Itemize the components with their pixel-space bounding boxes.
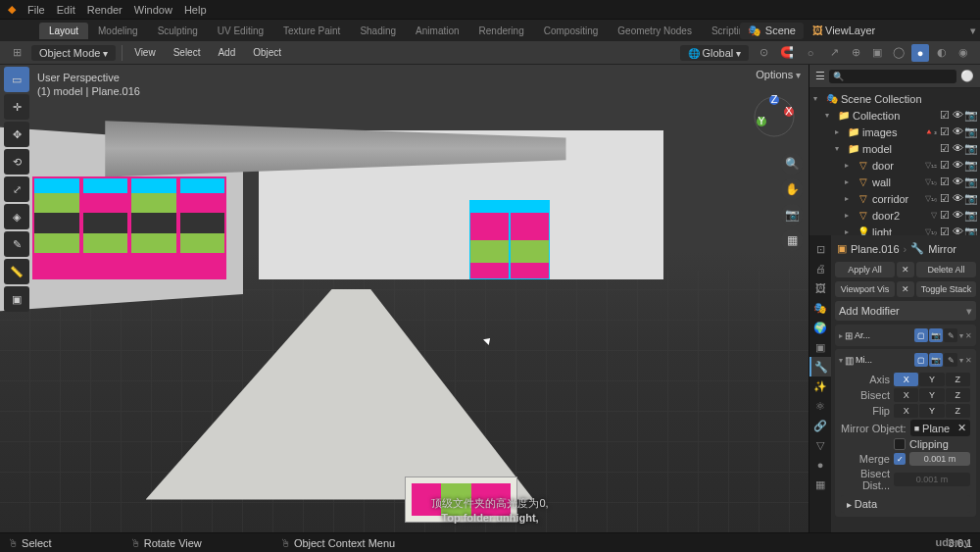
tool-measure[interactable]: 📏	[4, 259, 29, 284]
tab-geonodes[interactable]: Geometry Nodes	[608, 23, 702, 39]
tool-annotate[interactable]: ✎	[4, 231, 29, 257]
outliner-item[interactable]: ▸▽wall▽₁₅☑👁📷	[809, 174, 980, 190]
mod-expand-icon[interactable]: ▾	[839, 356, 843, 365]
tab-animation[interactable]: Animation	[406, 23, 468, 39]
outliner-item[interactable]: ▸💡light▽₁₉☑👁📷	[809, 224, 980, 235]
viewlayer-selector[interactable]: ViewLayer	[825, 25, 968, 36]
ptab-output[interactable]: 🖨	[809, 259, 831, 278]
shading-solid-icon[interactable]: ●	[911, 44, 929, 62]
snap-icon[interactable]: 🧲	[778, 44, 796, 62]
clipping-checkbox[interactable]	[894, 438, 906, 450]
menu-render[interactable]: Render	[87, 4, 122, 16]
tab-texturepaint[interactable]: Texture Paint	[273, 23, 350, 39]
tab-rendering[interactable]: Rendering	[469, 23, 534, 39]
delete-all-button[interactable]: Delete All	[916, 262, 976, 277]
tab-compositing[interactable]: Compositing	[534, 23, 609, 39]
mod-realtime-icon[interactable]: ▢	[914, 353, 928, 367]
ptab-viewlayer[interactable]: 🖼	[809, 278, 831, 298]
mode-selector[interactable]: Object Mode ▾	[31, 45, 116, 61]
tab-modeling[interactable]: Modeling	[88, 23, 148, 39]
ptab-modifier[interactable]: 🔧	[809, 357, 831, 376]
mod-realtime-icon[interactable]: ▢	[914, 328, 928, 342]
mod-render-icon[interactable]: 📷	[929, 328, 943, 342]
apply-all-button[interactable]: Apply All	[835, 262, 895, 277]
merge-checkbox[interactable]: ✓	[894, 453, 906, 465]
shading-matprev-icon[interactable]: ◐	[933, 44, 951, 62]
ptab-scene[interactable]: 🎭	[809, 298, 831, 318]
flip-z-button[interactable]: Z	[946, 404, 970, 418]
mod-menu-icon[interactable]: ▾	[959, 356, 963, 365]
outliner-item[interactable]: ▸📁images🔺₃☑👁📷	[809, 124, 980, 140]
pan-icon[interactable]: ✋	[781, 178, 803, 200]
bisect-z-button[interactable]: Z	[946, 388, 970, 402]
mod-close-icon[interactable]: ✕	[965, 356, 972, 365]
vis-close-button[interactable]: ✕	[897, 281, 914, 297]
ptab-world[interactable]: 🌍	[809, 318, 831, 337]
editor-type-icon[interactable]: ⊞	[8, 44, 25, 62]
ptab-particles[interactable]: ✨	[809, 376, 831, 396]
tool-addcube[interactable]: ▣	[4, 286, 29, 312]
axis-z-button[interactable]: Z	[946, 373, 970, 386]
menu-view[interactable]: View	[128, 47, 162, 58]
mirror-object-field[interactable]: ■ Plane✕	[910, 420, 970, 436]
tool-move[interactable]: ✥	[4, 122, 29, 147]
mod-render-icon[interactable]: 📷	[929, 353, 943, 367]
outliner-item[interactable]: ▾📁Collection☑👁📷	[809, 107, 980, 124]
merge-dist-field[interactable]: 0.001 m	[909, 452, 970, 466]
menu-object[interactable]: Object	[247, 47, 287, 58]
tab-layout[interactable]: Layout	[39, 23, 88, 39]
menu-select[interactable]: Select	[168, 47, 207, 58]
tool-rotate[interactable]: ⟲	[4, 149, 29, 175]
toggle-stack-button[interactable]: Toggle Stack	[916, 281, 976, 297]
tool-scale[interactable]: ⤢	[4, 176, 29, 202]
tool-cursor[interactable]: ✛	[4, 94, 29, 120]
shading-wire-icon[interactable]: ◯	[890, 44, 907, 62]
outliner[interactable]: ▾🎭 Scene Collection ▾📁Collection☑👁📷▸📁ima…	[809, 88, 980, 235]
outliner-type-icon[interactable]: ☰	[815, 70, 825, 82]
mod-edit-icon[interactable]: ✎	[944, 353, 957, 367]
xray-icon[interactable]: ▣	[868, 44, 886, 62]
outliner-item[interactable]: ▸▽door2▽☑👁📷	[809, 207, 980, 224]
ptab-object[interactable]: ▣	[809, 337, 831, 357]
proportional-icon[interactable]: ○	[802, 44, 819, 62]
bisect-dist-field[interactable]: 0.001 m	[894, 473, 970, 486]
flip-x-button[interactable]: X	[894, 404, 918, 418]
menu-add[interactable]: Add	[212, 47, 241, 58]
ptab-render[interactable]: ⊡	[809, 239, 831, 259]
ptab-data[interactable]: ▽	[809, 435, 831, 455]
shading-rendered-icon[interactable]: ◉	[955, 44, 972, 62]
camera-icon[interactable]: 📷	[781, 204, 803, 226]
ptab-constraint[interactable]: 🔗	[809, 416, 831, 435]
overlay-toggle-icon[interactable]: ⊕	[847, 44, 864, 62]
outliner-root[interactable]: ▾🎭 Scene Collection	[809, 90, 980, 107]
mod-expand-icon[interactable]: ▸	[839, 331, 843, 340]
nav-gizmo[interactable]: X Z Y	[750, 92, 799, 141]
data-panel[interactable]: ▸ Data	[841, 495, 970, 513]
viewport-vis-button[interactable]: Viewport Vis	[835, 281, 895, 297]
gizmo-toggle-icon[interactable]: ↗	[825, 44, 843, 62]
axis-x-button[interactable]: X	[894, 373, 918, 386]
menu-edit[interactable]: Edit	[57, 4, 75, 16]
add-modifier-button[interactable]: Add Modifier ▾	[835, 301, 976, 321]
mod-edit-icon[interactable]: ✎	[944, 328, 957, 342]
viewport-3d[interactable]: User Perspective (1) model | Plane.016 O…	[0, 65, 808, 532]
filter-icon[interactable]: ⚪	[960, 70, 974, 82]
tab-uvediting[interactable]: UV Editing	[208, 23, 273, 39]
mod-menu-icon[interactable]: ▾	[959, 331, 963, 340]
zoom-icon[interactable]: 🔍	[781, 153, 803, 175]
outliner-item[interactable]: ▸▽corridor▽₁₆☑👁📷	[809, 190, 980, 207]
outliner-item[interactable]: ▾📁model☑👁📷	[809, 140, 980, 157]
ptab-texture[interactable]: ▦	[809, 475, 831, 494]
pivot-icon[interactable]: ⊙	[755, 44, 772, 62]
menu-help[interactable]: Help	[184, 4, 207, 16]
bisect-y-button[interactable]: Y	[919, 388, 944, 402]
outliner-item[interactable]: ▸▽door▽₁₂☑👁📷	[809, 157, 980, 174]
tool-transform[interactable]: ◈	[4, 204, 29, 229]
ptab-physics[interactable]: ⚛	[809, 396, 831, 416]
tool-select[interactable]: ▭	[4, 67, 29, 92]
viewport-options[interactable]: Options ▾	[756, 69, 801, 80]
ptab-material[interactable]: ●	[809, 455, 831, 475]
orientation-selector[interactable]: 🌐 Global ▾	[680, 45, 749, 61]
apply-close-button[interactable]: ✕	[897, 262, 914, 277]
bisect-x-button[interactable]: X	[894, 388, 918, 402]
